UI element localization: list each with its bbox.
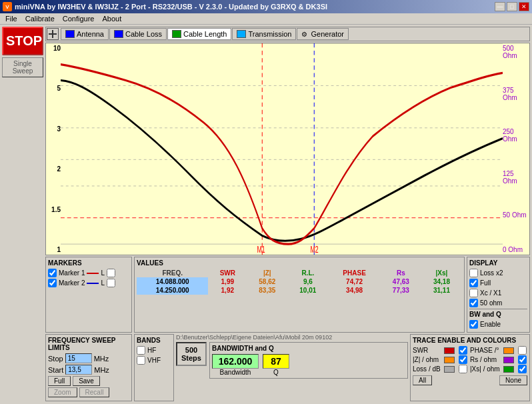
steps-box: 500Steps <box>176 342 207 366</box>
q-section: 87 Q <box>263 354 289 376</box>
values-table: FREQ. SWR |Z| R.L. PHASE Rs |Xs| 14.088.… <box>137 269 462 295</box>
band-hf: HF <box>137 346 171 355</box>
trace-title: TRACE ENABLE AND COLOURS <box>413 337 527 344</box>
tab-antenna[interactable]: Antenna <box>61 28 109 40</box>
save-button[interactable]: Save <box>73 376 100 386</box>
maximize-button[interactable]: □ <box>507 2 517 11</box>
col-freq: FREQ. <box>137 269 208 277</box>
hf-checkbox[interactable] <box>137 346 145 355</box>
all-button[interactable]: All <box>413 375 432 385</box>
row2-rl: 10,01 <box>287 286 328 295</box>
row2-swr: 1,92 <box>208 286 247 295</box>
freq-stop-row: Stop MHz <box>48 353 129 363</box>
full-button[interactable]: Full <box>48 376 71 386</box>
menu-bar: File Calibrate Configure About <box>0 13 532 25</box>
display-xcx1: Xc / X1 <box>469 289 527 297</box>
row2-xs: 31,11 <box>421 286 462 295</box>
enable-checkbox[interactable] <box>469 320 478 329</box>
menu-calibrate[interactable]: Calibrate <box>21 14 59 23</box>
bw-section-inner: 162.000 Bandwidth <box>212 354 259 376</box>
markers-title: MARKERS <box>48 259 129 267</box>
col-rs: Rs <box>381 269 421 277</box>
xcx1-checkbox[interactable] <box>469 289 478 297</box>
generator-icon: ⚙ <box>301 31 307 38</box>
row1-xs: 34,18 <box>421 277 462 286</box>
row2-iz: 83,35 <box>247 286 287 295</box>
tab-transmission[interactable]: Transmission <box>232 28 296 40</box>
trace-rs-color <box>503 357 514 363</box>
marker2-l-checkbox[interactable] <box>107 279 115 287</box>
trace-phase-check[interactable] <box>517 346 527 355</box>
enable-label: Enable <box>480 321 501 328</box>
values-row-1: 14.088.000 1,99 58,62 9,6 74,72 47,63 34… <box>137 277 462 286</box>
recall-button[interactable]: Recall <box>79 387 110 397</box>
trace-xs-check[interactable] <box>517 365 527 373</box>
marker2-checkbox[interactable] <box>48 279 57 287</box>
zoom-button[interactable]: Zoom <box>48 387 77 397</box>
chart-canvas: M1 M2 <box>61 43 503 255</box>
left-panel: STOP SingleSweep <box>2 27 43 401</box>
tab-cable-loss[interactable]: Cable Loss <box>109 28 167 40</box>
tab-cable-length[interactable]: Cable Length <box>167 28 231 40</box>
marker2-row: Marker 2 L <box>48 279 129 287</box>
vhf-checkbox[interactable] <box>137 356 145 365</box>
col-xs: |Xs| <box>421 269 462 277</box>
none-button[interactable]: None <box>499 375 527 385</box>
bw-values: 162.000 Bandwidth 87 Q <box>212 354 405 376</box>
stop-input[interactable] <box>65 353 92 363</box>
display-panel: DISPLAY Loss x2 Full Xc / X1 50 ohm <box>467 257 530 333</box>
stop-label: Stop <box>48 355 63 363</box>
svg-rect-1 <box>52 30 53 38</box>
row1-iz: 58,62 <box>247 277 287 286</box>
display-title: DISPLAY <box>469 259 527 267</box>
steps-bw-row: 500Steps BANDWIDTH and Q 162.000 Bandwid… <box>176 342 408 379</box>
trace-iz-check[interactable] <box>458 355 468 364</box>
row1-rs: 47,63 <box>381 277 421 286</box>
bottom-section-1: MARKERS Marker 1 L Marker 2 L <box>45 257 530 333</box>
trace-iz-color <box>444 357 455 363</box>
50ohm-label: 50 ohm <box>480 299 502 307</box>
app-icon: V <box>3 2 12 11</box>
full-checkbox[interactable] <box>469 279 478 287</box>
svg-text:M2: M2 <box>310 244 318 255</box>
markers-panel: MARKERS Marker 1 L Marker 2 L <box>45 257 132 333</box>
trace-rs-label: Rs / ohm <box>470 356 501 363</box>
freq-start-row: Start MHz <box>48 365 129 375</box>
trace-loss-check[interactable] <box>458 365 468 373</box>
close-button[interactable]: ✕ <box>519 2 529 11</box>
hf-label: HF <box>147 347 156 354</box>
col-iz: |Z| <box>247 269 287 277</box>
lossx2-checkbox[interactable] <box>469 269 478 277</box>
stop-button[interactable]: STOP <box>2 27 43 55</box>
trace-grid: SWR PHASE /° |Z| / ohm Rs / ohm Loss / d… <box>413 346 527 373</box>
lossx2-label: Loss x2 <box>480 269 503 277</box>
tab-cable-loss-color <box>114 30 123 38</box>
menu-about[interactable]: About <box>98 14 125 23</box>
trace-loss-label: Loss / dB <box>413 365 442 373</box>
tab-generator[interactable]: ⚙ Generator <box>297 28 349 40</box>
marker1-color <box>87 273 99 274</box>
row1-phase: 74,72 <box>328 277 380 286</box>
marker1-l-checkbox[interactable] <box>107 269 115 277</box>
main-area: STOP SingleSweep Antenna Cable Loss <box>0 25 532 403</box>
stop-mhz: MHz <box>94 355 109 363</box>
menu-configure[interactable]: Configure <box>59 14 99 23</box>
start-input[interactable] <box>65 365 92 375</box>
marker1-checkbox[interactable] <box>48 269 57 277</box>
values-title: VALUES <box>137 259 462 267</box>
freq-sweep-panel: FREQUENCY SWEEP LIMITS Stop MHz Start MH… <box>45 334 132 401</box>
svg-text:M1: M1 <box>257 244 265 255</box>
trace-rs-check[interactable] <box>517 355 527 364</box>
bwq-title: BW and Q <box>469 311 527 318</box>
trace-swr-check[interactable] <box>458 346 468 355</box>
single-sweep-button[interactable]: SingleSweep <box>2 57 43 77</box>
minimize-button[interactable]: — <box>495 2 505 11</box>
50ohm-checkbox[interactable] <box>469 299 478 307</box>
bw-section: D:\Benutzer\Schlepp\Eigene Dateien\Afu\M… <box>176 334 408 401</box>
trace-xs-color <box>503 366 514 373</box>
menu-file[interactable]: File <box>1 14 21 23</box>
row1-swr: 1,99 <box>208 277 247 286</box>
display-full: Full <box>469 279 527 287</box>
trace-swr-color <box>444 347 455 354</box>
display-lossx2: Loss x2 <box>469 269 527 277</box>
